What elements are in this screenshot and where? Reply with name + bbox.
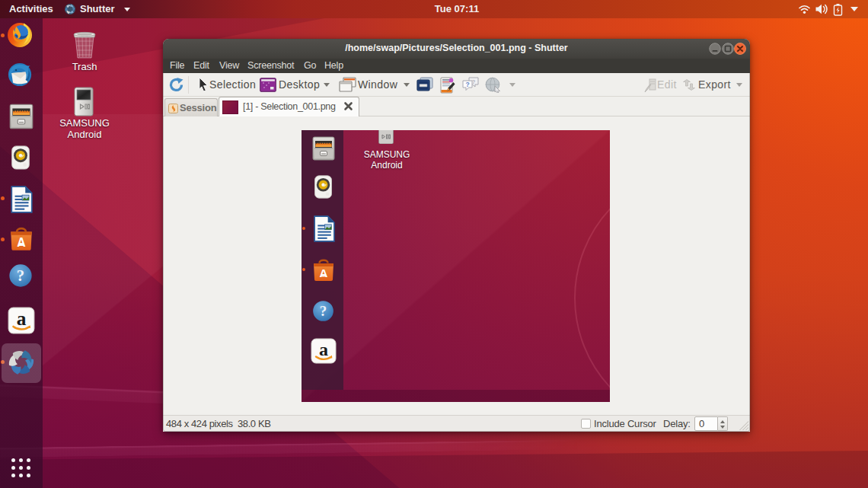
svg-text:a: a — [17, 308, 27, 329]
svg-text:A: A — [17, 236, 26, 249]
svg-text:?: ? — [17, 266, 24, 284]
